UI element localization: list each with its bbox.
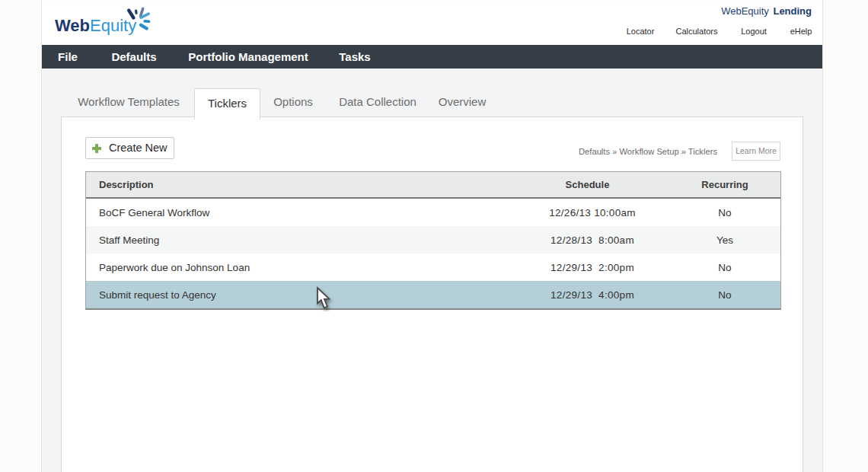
svg-text:WebEquity: WebEquity: [55, 16, 136, 35]
